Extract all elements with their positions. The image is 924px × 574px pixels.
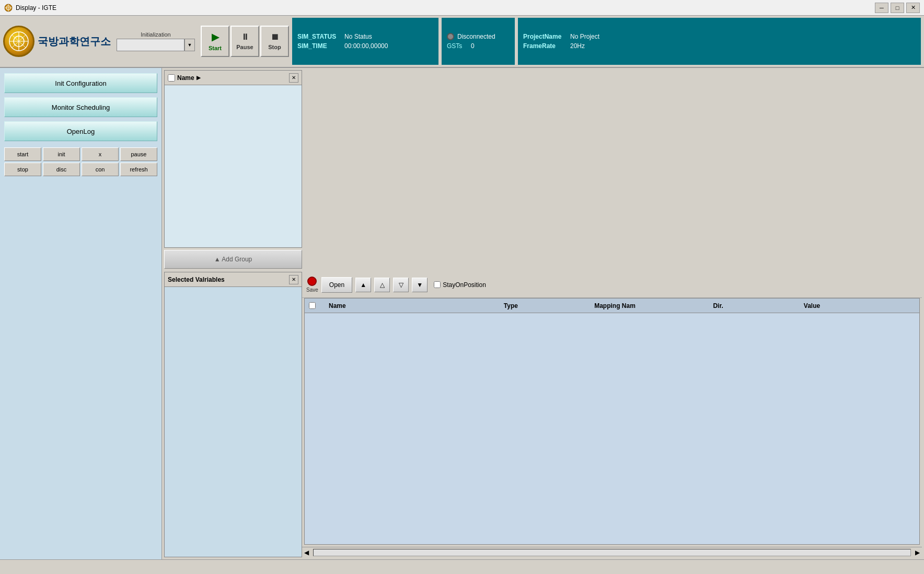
bottom-status-bar [0,559,924,574]
name-panel-close-button[interactable]: ✕ [289,73,298,83]
arrow-down-outline-button[interactable]: ▽ [393,278,409,292]
toolbar-row: Save Open ▲ △ ▽ ▼ StayOnPosition [302,272,922,298]
table-checkbox-col [305,302,326,309]
logo-text: 국방과학연구소 [38,35,111,49]
frame-rate-row: FrameRate 20Hz [523,42,916,50]
name-panel-checkbox[interactable] [168,74,175,82]
frame-rate-val: 20Hz [570,42,585,50]
right-bottom-panel: Save Open ▲ △ ▽ ▼ StayOnPosition [302,272,922,557]
app-icon [4,4,13,12]
table-col-dir: Dir. [710,302,800,309]
add-group-button[interactable]: ▲ Add Group [164,250,302,269]
stop-button[interactable]: ⏹ Stop [260,26,289,57]
logo-area: 국방과학연구소 [3,18,111,65]
sim-status-key: SIM_STATUS [297,33,339,40]
selected-vars-panel: Selected Valriables ✕ [164,272,302,557]
title-bar-controls: ─ □ ✕ [875,3,920,13]
sim-controls: ▶ Start ⏸ Pause ⏹ Stop [201,18,289,65]
connection-area: Disconnected GSTs 0 [442,18,515,65]
x-small-button[interactable]: x [82,147,119,161]
table-col-mapping: Mapping Nam [591,302,710,309]
arrow-down-solid-button[interactable]: ▼ [412,278,428,292]
sim-time-row: SIM_TIME 00:00:00,00000 [297,42,433,50]
table-select-all-checkbox[interactable] [309,302,316,309]
arrow-up-outline-button[interactable]: △ [374,278,390,292]
project-area: ProjectName No Project FrameRate 20Hz [518,18,921,65]
name-panel-play-icon[interactable]: ▶ [197,75,201,81]
name-panel-body [165,85,302,247]
selected-vars-close-button[interactable]: ✕ [289,275,298,284]
frame-rate-key: FrameRate [523,42,565,50]
minimize-button[interactable]: ─ [875,3,888,13]
start-icon: ▶ [212,31,219,43]
close-button[interactable]: ✕ [906,3,920,13]
app-title: Display - IGTE [16,4,56,12]
project-name-row: ProjectName No Project [523,33,916,40]
table-container[interactable]: Name Type Mapping Nam Dir. Value [304,298,920,545]
start-label: Start [209,45,222,51]
connection-dot [447,33,454,40]
selected-vars-panel-header: Selected Valriables ✕ [165,272,302,287]
init-label: Initialization [141,31,170,38]
monitor-scheduling-button[interactable]: Monitor Scheduling [4,97,157,117]
init-dropdown-arrow[interactable]: ▼ [184,39,195,51]
gsts-row: GSTs 0 [447,42,510,50]
stay-on-pos-text: StayOnPosition [443,281,486,289]
sim-status-row: SIM_STATUS No Status [297,33,433,40]
init-area: Initialization ▼ [114,18,198,65]
main-content: Init Configuration Monitor Scheduling Op… [0,68,924,559]
stay-on-pos-label[interactable]: StayOnPosition [434,281,486,289]
start-small-button[interactable]: start [4,147,41,161]
name-panel-header: Name ▶ ✕ [165,71,302,85]
project-name-key: ProjectName [523,33,565,40]
logo-svg [8,31,29,52]
pause-icon: ⏸ [241,32,249,42]
selected-vars-title: Selected Valriables [168,276,225,283]
status-area: SIM_STATUS No Status SIM_TIME 00:00:00,0… [292,18,438,65]
table-header: Name Type Mapping Nam Dir. Value [305,299,919,313]
refresh-small-button[interactable]: refresh [120,163,157,176]
init-input[interactable] [117,39,184,51]
pause-button[interactable]: ⏸ Pause [230,26,259,57]
stop-small-button[interactable]: stop [4,163,41,176]
gsts-key: GSTs [447,42,468,50]
top-row: Name ▶ ✕ ▲ Add Group [162,68,924,272]
vars-col: Selected Valriables ✕ [162,272,302,559]
bottom-row: Selected Valriables ✕ Save Open ▲ △ [162,272,924,559]
gsts-val: 0 [471,42,475,50]
name-panel: Name ▶ ✕ [164,70,302,248]
stop-icon: ⏹ [271,32,279,42]
open-button[interactable]: Open [321,277,352,293]
name-panel-title: Name [177,74,194,82]
stay-on-pos-checkbox[interactable] [434,281,441,288]
connection-label: Disconnected [457,33,495,40]
pause-small-button[interactable]: pause [120,147,157,161]
arrow-up-solid-button[interactable]: ▲ [355,278,371,292]
sim-time-key: SIM_TIME [297,42,339,50]
scroll-left-arrow[interactable]: ◀ [302,549,311,556]
save-dot [307,277,317,286]
sim-time-val: 00:00:00,00000 [344,42,388,50]
horizontal-scrollbar-track[interactable] [313,549,911,556]
left-sidebar: Init Configuration Monitor Scheduling Op… [0,68,162,559]
pause-label: Pause [236,44,253,50]
center-right: Name ▶ ✕ ▲ Add Group Selected Valriables [162,68,924,559]
save-label: Save [306,287,318,293]
header-bar: 국방과학연구소 Initialization ▼ ▶ Start ⏸ Pause… [0,16,924,68]
save-button-area[interactable]: Save [306,277,318,293]
sim-status-val: No Status [344,33,372,40]
project-name-val: No Project [570,33,599,40]
connection-row: Disconnected [447,33,510,40]
init-config-button[interactable]: Init Configuration [4,73,157,93]
title-bar: Display - IGTE ─ □ ✕ [0,0,924,16]
stop-label: Stop [268,44,281,50]
table-col-name: Name [326,302,501,309]
init-small-button[interactable]: init [43,147,80,161]
disc-small-button[interactable]: disc [43,163,80,176]
scroll-right-arrow[interactable]: ▶ [913,549,922,556]
start-button[interactable]: ▶ Start [201,26,229,57]
open-log-button[interactable]: OpenLog [4,121,157,141]
table-body [305,313,919,470]
maximize-button[interactable]: □ [891,3,904,13]
con-small-button[interactable]: con [82,163,119,176]
